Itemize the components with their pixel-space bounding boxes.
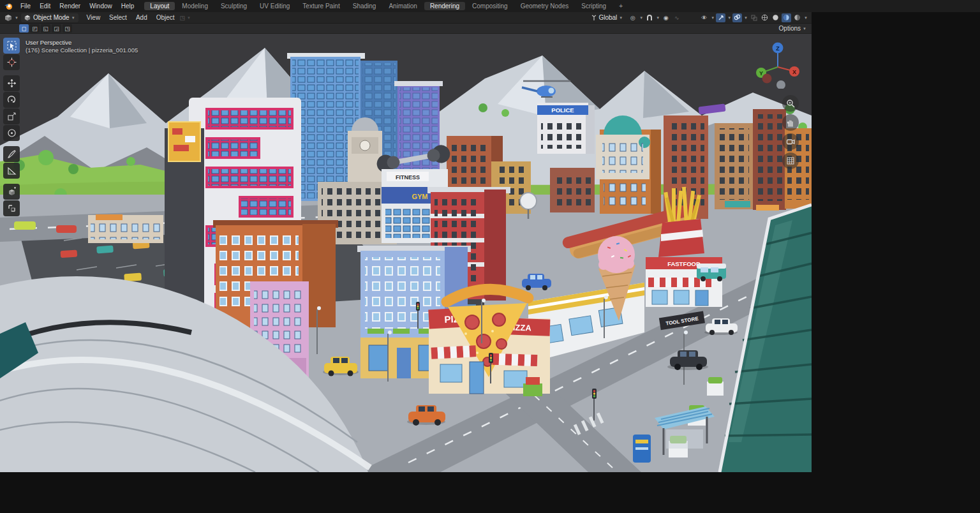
- active-object-text: (176) Scene Collection | pizzeria_001.00…: [26, 47, 138, 54]
- orientation-icon: [589, 13, 598, 22]
- select-mode-invert-icon[interactable]: ◲: [52, 24, 61, 33]
- falloff-icon[interactable]: ∿: [672, 13, 681, 22]
- app-menu-window[interactable]: Window: [85, 3, 117, 10]
- viewport-menus: ViewSelectAddObject: [82, 14, 179, 21]
- blender-logo-icon[interactable]: [4, 2, 13, 10]
- topbar: FileEditRenderWindowHelp LayoutModelingS…: [0, 0, 980, 12]
- viewport-menu-view[interactable]: View: [82, 14, 105, 21]
- viewport-overlay-text: User Perspective (176) Scene Collection …: [26, 39, 138, 54]
- mailbox: [633, 435, 651, 463]
- zoom-button[interactable]: [782, 95, 799, 112]
- snap-magnet-icon[interactable]: [644, 13, 654, 22]
- workspace-tab-geometry-nodes[interactable]: Geometry Nodes: [515, 2, 575, 10]
- select-mode-extend-icon[interactable]: ◰: [30, 24, 40, 33]
- app-menu-render[interactable]: Render: [55, 3, 85, 10]
- select-mode-subtract-icon[interactable]: ◱: [41, 24, 50, 33]
- workspace-tab-layout[interactable]: Layout: [144, 2, 175, 10]
- teal-van: [697, 264, 726, 281]
- shading-wireframe-icon[interactable]: [760, 13, 769, 22]
- workspace-tab-shading[interactable]: Shading: [347, 2, 382, 10]
- cursor-tool[interactable]: [3, 54, 20, 70]
- tool-fallback-icon[interactable]: ◳▼: [181, 13, 190, 22]
- workspace-tab-animation[interactable]: Animation: [383, 2, 422, 10]
- tool-settings-bar: ◻ ◰ ◱ ◲ ◳ Options▼: [0, 24, 812, 34]
- editor-type-icon[interactable]: [3, 13, 13, 22]
- editor-type-caret[interactable]: ▼: [15, 16, 19, 20]
- view-name: User Perspective: [26, 39, 138, 47]
- scale-tool[interactable]: [3, 108, 20, 124]
- show-object-types-icon[interactable]: 👁: [699, 13, 709, 22]
- viewport-toolbar: [3, 38, 20, 216]
- gizmo-z-axis: Z: [776, 45, 780, 52]
- workspace-tab-uv-editing[interactable]: UV Editing: [254, 2, 295, 10]
- options-dropdown[interactable]: Options▼: [779, 25, 806, 32]
- fastfood-sign: FASTFOOD: [667, 260, 701, 267]
- proportional-edit-icon[interactable]: ◉: [661, 13, 671, 22]
- shading-material-icon[interactable]: [782, 13, 791, 22]
- app-menu-help[interactable]: Help: [117, 3, 139, 10]
- viewport-header: ▼ Object Mode ▼ ViewSelectAddObject ◳▼ G…: [0, 12, 812, 24]
- pivot-icon[interactable]: ◎: [628, 13, 637, 22]
- viewport-3d[interactable]: POLICE FITNESS GYM: [0, 34, 812, 472]
- gizmo-x-axis: X: [792, 69, 796, 75]
- fitness-sign: FITNESS: [396, 174, 420, 181]
- gym-sign: GYM: [412, 193, 427, 200]
- workspace-tab-compositing[interactable]: Compositing: [466, 2, 514, 10]
- add-workspace-tab[interactable]: +: [613, 2, 628, 10]
- select-mode-intersect-icon[interactable]: ◳: [63, 24, 72, 33]
- rotate-tool[interactable]: [3, 92, 20, 108]
- app-menu-file[interactable]: File: [16, 3, 35, 10]
- workspace-tab-modeling[interactable]: Modeling: [176, 2, 214, 10]
- shading-solid-icon[interactable]: [771, 13, 780, 22]
- pan-hand-button[interactable]: [782, 114, 799, 131]
- move-tool[interactable]: [3, 75, 20, 91]
- workspace-tab-rendering[interactable]: Rendering: [424, 2, 465, 10]
- annotate-tool[interactable]: [3, 146, 20, 162]
- workspace-tabs: LayoutModelingSculptingUV EditingTexture…: [144, 2, 629, 10]
- gizmo-y-axis: Y: [759, 70, 763, 77]
- measure-tool[interactable]: [3, 163, 20, 179]
- mode-dropdown[interactable]: Object Mode ▼: [21, 13, 78, 22]
- gizmos-toggle-icon[interactable]: [716, 13, 725, 22]
- add-cube-tool[interactable]: [3, 184, 20, 200]
- app-menus: FileEditRenderWindowHelp: [16, 3, 138, 10]
- viewport-menu-add[interactable]: Add: [131, 14, 152, 21]
- scene-police-station: POLICE: [537, 103, 595, 154]
- scale-cage-tool[interactable]: [3, 200, 20, 216]
- camera-view-button[interactable]: [782, 133, 799, 150]
- orthographic-toggle-button[interactable]: [782, 152, 799, 169]
- orientation-label[interactable]: Global: [598, 14, 617, 21]
- viewport-canvas[interactable]: POLICE FITNESS GYM: [0, 34, 812, 472]
- xray-toggle-icon[interactable]: [749, 13, 759, 22]
- select-box-tool[interactable]: [3, 38, 20, 54]
- mode-label: Object Mode: [33, 14, 70, 21]
- overlays-toggle-icon[interactable]: [732, 13, 742, 22]
- viewport-menu-object[interactable]: Object: [152, 14, 179, 21]
- app-menu-edit[interactable]: Edit: [35, 3, 55, 10]
- workspace-tab-sculpting[interactable]: Sculpting: [215, 2, 253, 10]
- workspace-tab-texture-paint[interactable]: Texture Paint: [297, 2, 345, 10]
- shading-rendered-icon[interactable]: [792, 13, 802, 22]
- viewport-menu-select[interactable]: Select: [105, 14, 131, 21]
- navigation-gizmo[interactable]: Z Y X: [753, 39, 803, 89]
- select-mode-new-icon[interactable]: ◻: [19, 24, 29, 33]
- workspace-tab-scripting[interactable]: Scripting: [575, 2, 612, 10]
- transform-tool[interactable]: [3, 125, 20, 141]
- object-mode-icon: [24, 15, 31, 21]
- police-sign: POLICE: [551, 107, 574, 114]
